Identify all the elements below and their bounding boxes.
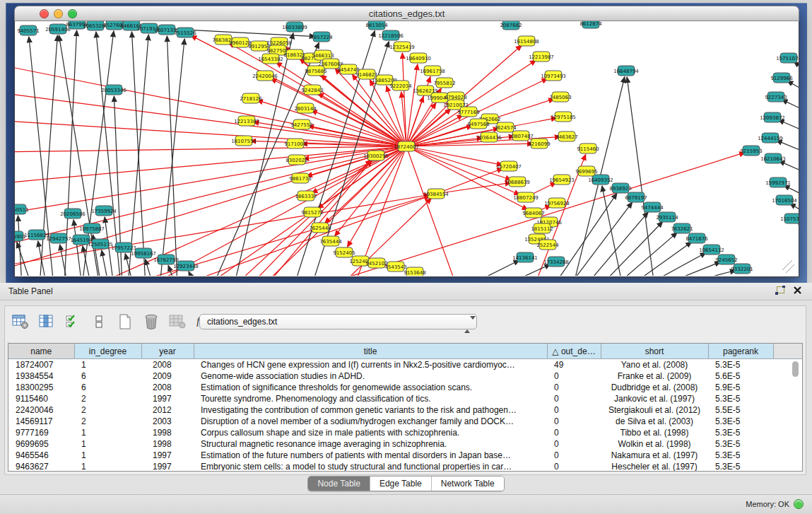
graph-node[interactable]: 18300295 [363,151,389,160]
table-row[interactable]: 2242004622012Investigating the contribut… [8,404,803,416]
graph-node[interactable]: 7625444 [309,223,331,233]
graph-node[interactable]: 2803144 [294,103,317,113]
graph-node[interactable]: 16961758 [420,66,445,76]
graph-node[interactable]: 8612874 [579,21,602,28]
float-panel-icon[interactable] [774,286,787,297]
column-header-title[interactable]: title [194,344,547,359]
table-row[interactable]: 1830029562008Estimation of significance … [8,382,803,393]
column-header-name[interactable]: name [8,344,74,359]
table-row[interactable]: 946362711997Embryonic stem cells: a mode… [8,461,803,472]
graph-node[interactable]: 15751074 [776,53,799,63]
graph-node[interactable]: 16648794 [613,66,639,76]
graph-node[interactable]: 3624574 [494,122,517,132]
graph-node[interactable]: 14136141 [512,252,538,262]
graph-node[interactable]: 9875685 [305,66,326,76]
graph-node[interactable]: 18640910 [406,53,431,63]
memory-ok-indicator[interactable] [794,499,804,509]
column-header-out_de[interactable]: △ out_de… [547,344,601,359]
graph-node[interactable]: 10975887 [79,223,105,233]
table-row[interactable]: 969969511998Structural magnetic resonanc… [8,438,803,450]
graph-node[interactable]: 19654923 [549,175,575,185]
graph-node[interactable]: 12975185 [551,112,576,122]
graph-node[interactable]: 9684067 [522,208,544,218]
graph-node[interactable]: 9777169 [457,107,479,117]
close-panel-icon[interactable] [791,286,804,297]
graph-node[interactable]: 15992971 [765,177,791,187]
create-column-icon[interactable] [115,312,135,332]
graph-node[interactable]: 12942757 [46,233,71,243]
graph-node[interactable]: 9699695 [575,166,597,176]
graph-node[interactable]: 20206586 [60,209,86,218]
graph-node[interactable]: 10688639 [505,177,530,187]
column-header-short[interactable]: short [601,344,708,359]
graph-node[interactable]: 11075334 [780,214,799,223]
graph-node[interactable]: 8302022 [286,155,307,165]
graph-node[interactable]: 9427552 [290,119,312,129]
show-column-icon[interactable] [37,312,57,332]
graph-node[interactable]: 22420046 [252,71,278,81]
tab-network-table[interactable]: Network Table [431,477,504,491]
graph-node[interactable]: 9405571 [17,25,39,35]
network-window-titlebar[interactable]: citations_edges.txt [14,6,799,21]
graph-node[interactable]: 18107554 [231,136,257,146]
graph-node[interactable]: 16033809 [282,22,307,32]
graph-node[interactable]: 1863337 [295,191,317,201]
graph-node[interactable]: 10973493 [541,71,566,81]
table-row[interactable]: 977716911998Corpus callosum shape and si… [8,427,803,438]
column-header-in_degree[interactable]: in_degree [74,344,141,359]
graph-node[interactable]: 7515526 [174,28,196,37]
select-rows-checks-icon[interactable] [63,312,83,332]
graph-node[interactable]: 8938923 [609,183,631,193]
graph-node[interactable]: 7632621 [671,223,693,233]
graph-node[interactable]: 7857224 [310,32,333,42]
table-row[interactable]: 1872400712008Changes of HCN gene express… [8,359,803,371]
table-row[interactable]: 1938455462009Genome-wide association stu… [8,370,803,382]
graph-node[interactable]: 9245652 [715,255,737,264]
graph-node[interactable]: 9242843 [301,85,323,95]
graph-node[interactable]: 9815272 [301,207,323,217]
graph-node[interactable]: 9171003 [284,139,306,148]
graph-node[interactable]: 9129966 [770,73,793,83]
graph-node[interactable]: 9152405 [333,247,355,257]
graph-node[interactable]: 8471676 [686,233,708,243]
stacked-rows-icon[interactable] [89,312,109,332]
graph-node[interactable]: 9227343 [765,92,787,102]
column-header-pagerank[interactable]: pagerank [708,344,773,359]
graph-node[interactable]: 2935114 [656,212,678,222]
graph-node[interactable]: 6879197 [625,192,647,202]
graph-node[interactable]: 12218506 [378,30,404,40]
graph-node[interactable]: 8813054 [365,21,388,30]
graph-node[interactable]: 6497568 [467,119,489,129]
delete-column-trash-icon[interactable] [141,312,161,332]
table-select-dropdown[interactable]: citations_edges.txt [199,314,477,329]
graph-node[interactable]: 17016504 [772,195,797,205]
graph-node[interactable]: 12213987 [529,52,554,62]
table-row[interactable]: 1456911722003Disruption of a novel membe… [8,416,803,427]
graph-node[interactable]: 9222034 [389,81,412,90]
vertical-scrollbar-thumb[interactable] [792,361,799,377]
graph-node[interactable]: 9153648 [404,267,425,276]
graph-node[interactable]: 2718126 [240,93,262,103]
graph-node[interactable]: 9463627 [555,132,577,141]
table-settings-icon[interactable] [11,312,30,332]
graph-node[interactable]: 12325419 [389,42,415,52]
graph-node[interactable]: 10654112 [699,245,724,255]
table-row[interactable]: 911546021997Tourette syndrome. Phenomeno… [8,393,803,404]
tab-node-table[interactable]: Node Table [308,477,370,491]
network-canvas[interactable]: 1872400718300295193845549405571205914068… [14,21,799,277]
graph-node[interactable]: 9332201 [731,264,753,274]
graph-node[interactable]: 6216099 [528,139,550,148]
column-header-year[interactable]: year [141,344,194,359]
graph-node[interactable]: 16154808 [514,36,539,46]
graph-node[interactable]: 9474444 [641,202,664,212]
graph-node[interactable]: 17334268 [543,257,569,267]
tab-edge-table[interactable]: Edge Table [370,477,431,491]
table-row[interactable]: 946554611997Estimation of the future num… [8,450,803,461]
graph-node[interactable]: 2087682 [500,21,522,30]
graph-node[interactable]: 2522544 [536,240,559,250]
graph-node[interactable]: 9215953 [740,146,762,156]
canvas-resize-grip[interactable] [782,260,794,273]
graph-node[interactable]: 1815112 [531,223,553,233]
graph-node[interactable]: 7635444 [319,236,342,246]
graph-node[interactable]: 9861733 [289,173,311,183]
